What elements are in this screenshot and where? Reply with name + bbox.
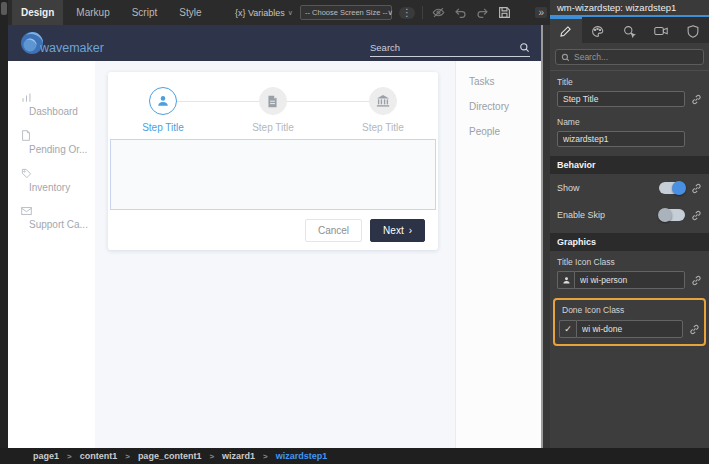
design-canvas[interactable]: wavemaker Search Dashboard [8, 25, 543, 448]
tab-events[interactable] [614, 17, 646, 43]
breadcrumb-item-page-content1[interactable]: page_content1 [138, 451, 202, 461]
done-icon-class-label: Done Icon Class [562, 305, 700, 315]
title-icon-class-label: Title Icon Class [557, 257, 702, 267]
bank-icon [369, 87, 397, 115]
sidebar-item-label: Dashboard [29, 106, 95, 117]
tab-security[interactable] [677, 17, 709, 43]
bind-link-icon[interactable] [691, 94, 702, 105]
magnifier-cursor-icon [623, 25, 636, 38]
search-icon [519, 42, 530, 53]
enable-skip-property-row: Enable Skip [550, 201, 709, 228]
tab-properties[interactable] [550, 17, 582, 43]
breadcrumb-separator: > [209, 452, 214, 461]
sidebar-item-label: Inventory [29, 182, 95, 193]
breadcrumb-item-wizardstep1[interactable]: wizardstep1 [276, 451, 328, 461]
link-tasks[interactable]: Tasks [469, 76, 541, 87]
bind-link-icon[interactable] [691, 275, 702, 286]
wizard-steps-header: Step Title Step Title [108, 72, 438, 133]
wizard-step-content-selected[interactable] [110, 139, 436, 210]
file-icon [21, 130, 95, 141]
properties-search[interactable] [555, 49, 704, 65]
link-people[interactable]: People [469, 126, 541, 137]
sidebar-item-inventory[interactable]: Inventory [8, 168, 95, 193]
title-field-input[interactable] [557, 91, 685, 107]
tab-style[interactable]: Style [170, 0, 210, 25]
tab-design[interactable]: Design [12, 0, 63, 25]
step-title-label: Step Title [252, 122, 294, 133]
tag-icon [21, 168, 95, 179]
step-title-label: Step Title [362, 122, 404, 133]
breadcrumb-separator: > [263, 452, 268, 461]
sidebar-item-pending-orders[interactable]: Pending Or... [8, 130, 95, 155]
step-title-label: Step Title [142, 122, 184, 133]
breadcrumb-item-page1[interactable]: page1 [33, 451, 59, 461]
bar-chart-icon [21, 92, 95, 103]
bind-link-icon[interactable] [691, 210, 702, 221]
tab-device[interactable] [645, 17, 677, 43]
canvas-panel-gutter [543, 25, 550, 448]
inspector-widget-title: wm-wizardstep: wizardstep1 [550, 0, 709, 17]
chevron-down-icon: ∨ [388, 8, 394, 17]
wizard-step-3[interactable]: Step Title [328, 87, 438, 133]
bind-link-icon[interactable] [689, 324, 700, 335]
show-toggle[interactable] [659, 182, 685, 194]
tab-script[interactable]: Script [123, 0, 167, 25]
chevron-down-icon: ∨ [288, 9, 293, 17]
next-button[interactable]: Next › [370, 219, 425, 242]
show-property-row: Show [550, 174, 709, 201]
enable-skip-property-label: Enable Skip [557, 210, 659, 220]
shield-icon [687, 25, 699, 38]
app-search-placeholder: Search [370, 42, 400, 53]
variables-button[interactable]: {x} Variables ∨ [235, 8, 293, 18]
sidebar-item-dashboard[interactable]: Dashboard [8, 92, 95, 117]
save-icon[interactable] [498, 6, 511, 19]
wizard-step-2[interactable]: Step Title [218, 87, 328, 133]
tab-markup[interactable]: Markup [67, 0, 118, 25]
more-options-kebab-icon[interactable]: ⋮ [399, 7, 415, 19]
screen-size-select[interactable]: -- Choose Screen Size -- ∨ [300, 5, 392, 20]
title-field-group: Title [550, 71, 709, 111]
wizard-actions: Cancel Next › [108, 211, 438, 250]
breadcrumb: page1 > content1 > page_content1 > wizar… [0, 448, 709, 464]
name-field-input[interactable] [557, 131, 685, 147]
wizard-step-1[interactable]: Step Title [108, 87, 218, 133]
sidebar-item-support-cases[interactable]: Support Ca... [8, 206, 95, 230]
person-icon [557, 271, 574, 289]
redo-icon[interactable] [476, 6, 489, 19]
breadcrumb-item-wizard1[interactable]: wizard1 [222, 451, 255, 461]
left-collapsed-panel[interactable] [0, 0, 8, 464]
palette-icon [591, 25, 604, 38]
brand-name: wavemaker [40, 41, 104, 55]
sidebar-item-label: Pending Or... [29, 144, 95, 155]
undo-icon[interactable] [454, 6, 467, 19]
bind-link-icon[interactable] [691, 183, 702, 194]
page-content-area: Step Title Step Title [95, 61, 455, 448]
next-button-label: Next [383, 225, 404, 236]
cancel-button[interactable]: Cancel [305, 219, 362, 242]
breadcrumb-item-content1[interactable]: content1 [80, 451, 118, 461]
done-icon-class-input[interactable] [576, 320, 683, 338]
behavior-section-header[interactable]: Behavior [550, 156, 709, 174]
tab-styles[interactable] [582, 17, 614, 43]
wavemaker-logo: wavemaker [17, 28, 104, 58]
panel-drag-handle-icon[interactable] [1, 2, 7, 15]
collapse-panel-arrow-icon[interactable]: » [535, 7, 547, 18]
enable-skip-toggle[interactable] [659, 209, 685, 221]
variables-label: {x} Variables [235, 8, 285, 18]
name-field-label: Name [557, 117, 702, 127]
wizard-widget[interactable]: Step Title Step Title [108, 72, 438, 250]
check-glyph: ✓ [564, 324, 572, 334]
link-directory[interactable]: Directory [469, 101, 541, 112]
search-icon [561, 53, 570, 62]
title-icon-class-input[interactable] [574, 271, 685, 289]
breadcrumb-separator: > [125, 452, 130, 461]
graphics-section-header[interactable]: Graphics [550, 233, 709, 251]
properties-search-input[interactable] [574, 52, 698, 62]
app-search-input[interactable]: Search [370, 42, 530, 57]
envelope-icon [21, 206, 95, 216]
preview-eye-off-icon[interactable] [432, 6, 445, 19]
properties-inspector: Title Name Behavior Show Enable Skip [550, 17, 709, 448]
breadcrumb-separator: > [67, 452, 72, 461]
person-icon [149, 87, 177, 115]
title-icon-class-group: Title Icon Class [550, 251, 709, 293]
